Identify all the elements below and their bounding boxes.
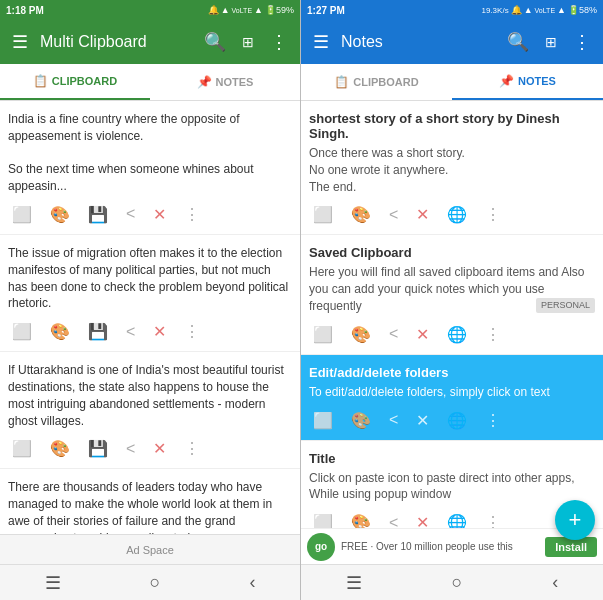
note-title-3: Edit/add/delete folders [309, 365, 595, 380]
globe-icon-n4[interactable]: 🌐 [443, 511, 471, 528]
palette-icon-3[interactable]: 🎨 [46, 437, 74, 460]
delete-icon-2[interactable]: ✕ [149, 320, 170, 343]
share-icon-2[interactable]: < [122, 321, 139, 343]
globe-icon-n3[interactable]: 🌐 [443, 409, 471, 432]
note-actions-1: ⬜ 🎨 < ✕ 🌐 ⋮ [309, 201, 595, 228]
delete-icon-n1[interactable]: ✕ [412, 203, 433, 226]
palette-icon-n3[interactable]: 🎨 [347, 409, 375, 432]
share-icon-n2[interactable]: < [385, 323, 402, 345]
app-bar-left: ☰ Multi Clipboard 🔍 ⊞ ⋮ [0, 20, 300, 64]
grid-icon-left[interactable]: ⊞ [238, 30, 258, 54]
status-bar-right: 1:27 PM 19.3K/s 🔔 ▲ VoLTE ▲ 🔋58% [301, 0, 603, 20]
promo-bar: go FREE · Over 10 million people use thi… [301, 528, 603, 564]
nav-back-icon-right[interactable]: ‹ [552, 572, 558, 593]
copy-icon-2[interactable]: ⬜ [8, 320, 36, 343]
promo-logo: go [307, 533, 335, 561]
right-screen: 1:27 PM 19.3K/s 🔔 ▲ VoLTE ▲ 🔋58% ☰ Notes… [301, 0, 603, 600]
promo-text: FREE · Over 10 million people use this [341, 541, 539, 552]
app-title-left: Multi Clipboard [40, 33, 192, 51]
clip-actions-2: ⬜ 🎨 💾 < ✕ ⋮ [8, 318, 292, 345]
search-icon-left[interactable]: 🔍 [200, 27, 230, 57]
share-icon-n4[interactable]: < [385, 512, 402, 528]
signal-icon-right: ▲ [524, 5, 533, 15]
tab-clipboard-label-left: CLIPBOARD [52, 75, 117, 87]
fab-button[interactable]: + [555, 500, 595, 540]
menu-icon-right[interactable]: ☰ [309, 27, 333, 57]
tabs-right: 📋 CLIPBOARD 📌 NOTES [301, 64, 603, 101]
nav-menu-icon-left[interactable]: ☰ [45, 572, 61, 594]
time-right: 1:27 PM [307, 5, 345, 16]
palette-icon-n4[interactable]: 🎨 [347, 511, 375, 528]
palette-icon-1[interactable]: 🎨 [46, 203, 74, 226]
save-icon-3[interactable]: 💾 [84, 437, 112, 460]
app-title-right: Notes [341, 33, 495, 51]
more-icon-1[interactable]: ⋮ [180, 203, 204, 226]
palette-icon-n1[interactable]: 🎨 [347, 203, 375, 226]
tab-clipboard-left[interactable]: 📋 CLIPBOARD [0, 64, 150, 100]
copy-icon-1[interactable]: ⬜ [8, 203, 36, 226]
content-left: India is a fine country where the opposi… [0, 101, 300, 534]
globe-icon-n1[interactable]: 🌐 [443, 203, 471, 226]
bottom-nav-right: ☰ ○ ‹ [301, 564, 603, 600]
clip-text-1: India is a fine country where the opposi… [8, 111, 292, 195]
save-icon-1[interactable]: 💾 [84, 203, 112, 226]
more-icon-2[interactable]: ⋮ [180, 320, 204, 343]
note-text-4: Click on paste icon to paste direct into… [309, 470, 595, 504]
speed-icon: 19.3K/s [482, 6, 509, 15]
share-icon-3[interactable]: < [122, 438, 139, 460]
app-bar-right: ☰ Notes 🔍 ⊞ ⋮ [301, 20, 603, 64]
tab-notes-left[interactable]: 📌 NOTES [150, 64, 300, 100]
nav-home-icon-left[interactable]: ○ [150, 572, 161, 593]
clip-item-2: The issue of migration often makes it to… [0, 235, 300, 352]
ad-bar-left: Ad Space [0, 534, 300, 564]
more-icon-n4[interactable]: ⋮ [481, 511, 505, 528]
volte-icon: VoLTE [232, 7, 253, 14]
more-icon-3[interactable]: ⋮ [180, 437, 204, 460]
more-icon-n1[interactable]: ⋮ [481, 203, 505, 226]
copy-icon-n4[interactable]: ⬜ [309, 511, 337, 528]
note-title-4: Title [309, 451, 595, 466]
tab-clipboard-right[interactable]: 📋 CLIPBOARD [301, 64, 452, 100]
battery-icon: 🔋59% [265, 5, 294, 15]
more-icon-right[interactable]: ⋮ [569, 27, 595, 57]
share-icon-n1[interactable]: < [385, 204, 402, 226]
delete-icon-3[interactable]: ✕ [149, 437, 170, 460]
more-icon-left[interactable]: ⋮ [266, 27, 292, 57]
tab-clipboard-label-right: CLIPBOARD [353, 76, 418, 88]
palette-icon-2[interactable]: 🎨 [46, 320, 74, 343]
copy-icon-n3[interactable]: ⬜ [309, 409, 337, 432]
delete-icon-n3[interactable]: ✕ [412, 409, 433, 432]
note-item-2: Saved Clipboard Here you will find all s… [301, 235, 603, 354]
nav-back-icon-left[interactable]: ‹ [249, 572, 255, 593]
save-icon-2[interactable]: 💾 [84, 320, 112, 343]
palette-icon-n2[interactable]: 🎨 [347, 323, 375, 346]
clip-item-1: India is a fine country where the opposi… [0, 101, 300, 235]
delete-icon-1[interactable]: ✕ [149, 203, 170, 226]
clip-item-3: If Uttarakhand is one of India's most be… [0, 352, 300, 469]
copy-icon-n1[interactable]: ⬜ [309, 203, 337, 226]
clip-text-4: There are thousands of leaders today who… [8, 479, 292, 534]
delete-icon-n4[interactable]: ✕ [412, 511, 433, 528]
copy-icon-n2[interactable]: ⬜ [309, 323, 337, 346]
nav-home-icon-right[interactable]: ○ [452, 572, 463, 593]
clip-actions-3: ⬜ 🎨 💾 < ✕ ⋮ [8, 435, 292, 462]
copy-icon-3[interactable]: ⬜ [8, 437, 36, 460]
bottom-nav-left: ☰ ○ ‹ [0, 564, 300, 600]
share-icon-1[interactable]: < [122, 203, 139, 225]
tabs-left: 📋 CLIPBOARD 📌 NOTES [0, 64, 300, 101]
tab-notes-right[interactable]: 📌 NOTES [452, 64, 603, 100]
nav-menu-icon-right[interactable]: ☰ [346, 572, 362, 594]
more-icon-n3[interactable]: ⋮ [481, 409, 505, 432]
grid-icon-right[interactable]: ⊞ [541, 30, 561, 54]
tab-notes-label-right: NOTES [518, 75, 556, 87]
search-icon-right[interactable]: 🔍 [503, 27, 533, 57]
menu-icon-left[interactable]: ☰ [8, 27, 32, 57]
clip-text-3: If Uttarakhand is one of India's most be… [8, 362, 292, 429]
note-text-3: To edit/add/delete folders, simply click… [309, 384, 595, 401]
signal-icon: ▲ [221, 5, 230, 15]
delete-icon-n2[interactable]: ✕ [412, 323, 433, 346]
note-actions-3: ⬜ 🎨 < ✕ 🌐 ⋮ [309, 407, 595, 434]
globe-icon-n2[interactable]: 🌐 [443, 323, 471, 346]
share-icon-n3[interactable]: < [385, 409, 402, 431]
more-icon-n2[interactable]: ⋮ [481, 323, 505, 346]
